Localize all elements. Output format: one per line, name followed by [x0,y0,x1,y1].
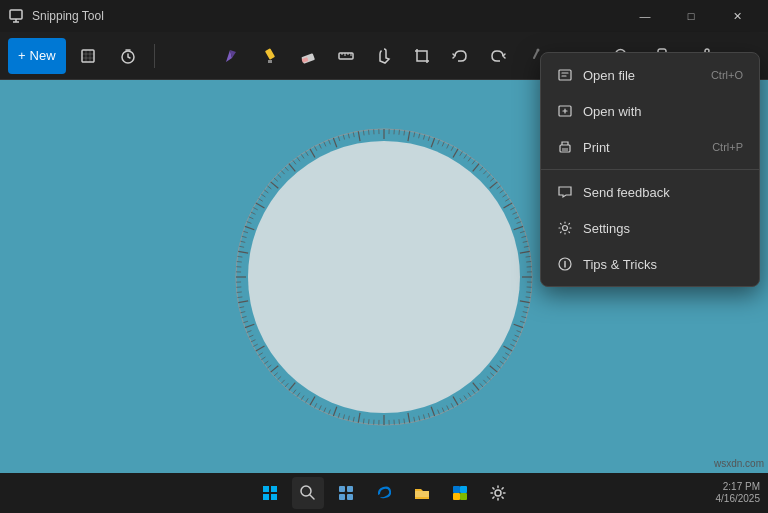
new-button[interactable]: + New [8,38,66,74]
drawing-tools [214,38,554,74]
svg-line-56 [521,236,526,237]
open-file-shortcut: Ctrl+O [711,69,743,81]
svg-line-163 [243,231,248,233]
close-button[interactable]: ✕ [714,0,760,32]
svg-rect-201 [559,70,571,80]
svg-line-178 [285,167,288,171]
selection-tool-button[interactable] [70,38,106,74]
settings-taskbar[interactable] [482,477,514,509]
svg-line-148 [239,306,244,307]
ruler-button[interactable] [328,38,364,74]
svg-line-61 [526,261,531,262]
svg-line-138 [258,352,262,355]
svg-line-135 [267,365,271,368]
tips-label: Tips & Tricks [583,257,657,272]
svg-line-40 [480,167,483,171]
svg-line-195 [363,130,364,135]
menu-open-with[interactable]: Open with [541,93,759,129]
svg-line-136 [264,361,268,364]
app-title: Snipping Tool [32,9,614,23]
menu-divider [541,169,759,170]
crop-button[interactable] [404,38,440,74]
svg-line-196 [369,129,370,134]
svg-line-26 [419,133,420,138]
svg-line-44 [490,181,498,187]
svg-line-37 [468,157,471,161]
menu-tips[interactable]: Tips & Tricks [541,246,759,282]
svg-rect-212 [339,486,345,492]
svg-rect-4 [268,60,272,63]
undo-button[interactable] [442,38,478,74]
settings-label: Settings [583,221,630,236]
svg-line-134 [271,365,279,371]
svg-line-99 [431,406,434,415]
edge-taskbar[interactable] [368,477,400,509]
svg-line-179 [289,163,295,171]
svg-line-39 [473,163,479,171]
svg-line-41 [483,170,486,174]
svg-line-85 [490,372,494,375]
svg-rect-0 [10,10,22,19]
svg-line-147 [240,311,245,312]
minimize-button[interactable]: — [622,0,668,32]
file-explorer-taskbar[interactable] [406,477,438,509]
svg-line-187 [324,141,326,146]
eraser-button[interactable] [290,38,326,74]
svg-line-188 [329,139,331,144]
svg-point-221 [495,490,501,496]
start-button[interactable] [254,477,286,509]
svg-line-32 [447,143,449,147]
ruler-ticks-svg [234,127,534,427]
svg-rect-204 [562,148,568,151]
svg-line-29 [431,137,434,146]
svg-line-71 [523,311,528,312]
svg-line-140 [253,344,257,346]
store-taskbar[interactable] [444,477,476,509]
svg-line-88 [480,383,483,387]
menu-settings[interactable]: Settings [541,210,759,246]
timer-button[interactable] [110,38,146,74]
svg-line-175 [274,177,278,180]
svg-line-114 [358,412,360,422]
svg-line-75 [517,330,522,332]
menu-send-feedback[interactable]: Send feedback [541,174,759,210]
svg-line-122 [319,405,321,409]
svg-line-131 [281,379,284,383]
svg-line-84 [490,365,498,371]
svg-line-58 [524,246,529,247]
svg-line-103 [414,416,415,421]
svg-line-52 [515,216,520,218]
svg-line-159 [238,251,248,253]
svg-line-189 [333,137,336,146]
highlighter-button[interactable] [252,38,288,74]
svg-line-130 [285,383,288,387]
maximize-button[interactable]: □ [668,0,714,32]
pen-tool-button[interactable] [214,38,250,74]
feedback-label: Send feedback [583,185,670,200]
menu-open-file[interactable]: Open file Ctrl+O [541,57,759,93]
svg-line-57 [523,241,528,242]
svg-rect-213 [347,486,353,492]
svg-line-42 [487,174,491,177]
svg-line-180 [293,160,296,164]
svg-line-95 [451,403,453,407]
svg-line-59 [520,251,530,253]
svg-line-150 [237,296,242,297]
menu-print[interactable]: Print Ctrl+P [541,129,759,165]
svg-line-81 [503,356,507,359]
open-with-label: Open with [583,104,642,119]
svg-line-31 [442,141,444,146]
svg-line-24 [408,131,410,141]
circle-ruler: // Inline generation not possible in SVG… [234,127,534,427]
svg-line-133 [274,372,278,375]
svg-line-72 [521,316,526,317]
svg-line-177 [281,170,284,174]
taskview-button[interactable] [330,477,362,509]
title-bar: Snipping Tool — □ ✕ [0,0,768,32]
search-taskbar-button[interactable] [292,477,324,509]
touch-button[interactable] [366,38,402,74]
redo-button[interactable] [480,38,516,74]
svg-line-38 [472,160,475,164]
svg-rect-214 [339,494,345,500]
svg-line-117 [343,414,344,419]
